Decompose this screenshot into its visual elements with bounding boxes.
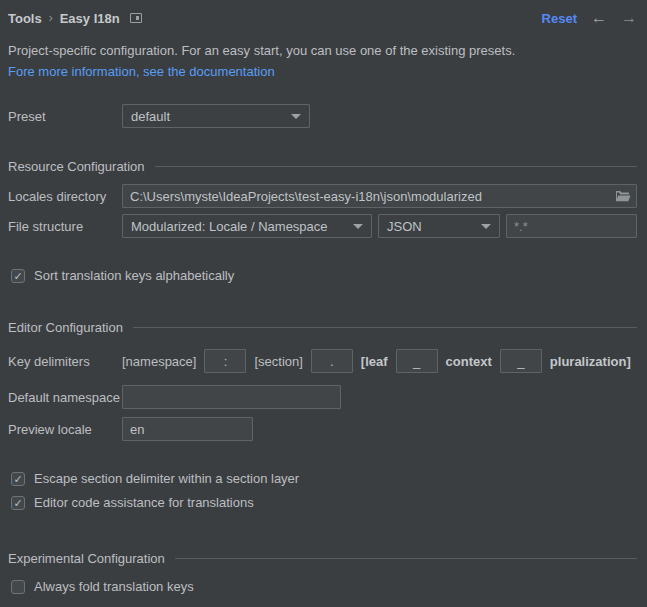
namespace-delimiter-field[interactable] — [204, 349, 246, 373]
preview-locale-row: Preview locale — [8, 417, 637, 441]
checkbox-icon[interactable] — [11, 580, 25, 594]
chevron-down-icon — [353, 224, 363, 229]
chevron-down-icon — [481, 224, 491, 229]
default-namespace-input[interactable] — [123, 386, 340, 408]
checkbox-icon[interactable]: ✓ — [11, 269, 25, 283]
default-namespace-label: Default namespace — [8, 390, 122, 405]
section-divider — [133, 327, 637, 328]
escape-delimiter-checkbox-row[interactable]: ✓ Escape section delimiter within a sect… — [11, 471, 637, 486]
pluralization-bracket-label: pluralization] — [550, 354, 631, 369]
context-delimiter-field[interactable] — [396, 349, 438, 373]
section-divider — [175, 558, 637, 559]
file-structure-label: File structure — [8, 219, 122, 234]
context-label: context — [446, 354, 492, 369]
chevron-right-icon: › — [49, 11, 53, 25]
section-divider — [155, 166, 637, 167]
preset-label: Preset — [8, 109, 122, 124]
file-pattern-field[interactable] — [506, 214, 637, 238]
file-structure-select[interactable]: Modularized: Locale / Namespace — [122, 214, 372, 238]
checkbox-icon[interactable]: ✓ — [11, 496, 25, 510]
editor-preview-icon[interactable] — [130, 13, 142, 23]
code-assistance-checkbox-row[interactable]: ✓ Editor code assistance for translation… — [11, 495, 637, 510]
description-text: Project-specific configuration. For an e… — [8, 43, 637, 58]
resource-section-header: Resource Configuration — [8, 159, 637, 174]
namespace-delimiter-input[interactable] — [205, 350, 245, 372]
preview-locale-input[interactable] — [123, 418, 252, 440]
locales-directory-field[interactable] — [122, 184, 637, 208]
parser-select[interactable]: JSON — [378, 214, 500, 238]
breadcrumb-easy-i18n: Easy I18n — [60, 11, 120, 26]
experimental-section-title: Experimental Configuration — [8, 551, 165, 566]
escape-delimiter-label: Escape section delimiter within a sectio… — [34, 471, 299, 486]
editor-section-header: Editor Configuration — [8, 320, 637, 335]
reset-button[interactable]: Reset — [542, 11, 577, 26]
forward-arrow-icon[interactable]: → — [621, 10, 637, 26]
fold-keys-label: Always fold translation keys — [34, 579, 194, 594]
parser-value: JSON — [387, 219, 422, 234]
chevron-down-icon — [291, 114, 301, 119]
locales-directory-input[interactable] — [123, 185, 615, 207]
settings-header: Tools › Easy I18n Reset ← → — [8, 8, 637, 28]
plural-delimiter-input[interactable] — [501, 350, 541, 372]
file-pattern-input[interactable] — [507, 215, 636, 237]
default-namespace-field[interactable] — [122, 385, 341, 409]
section-delimiter-input[interactable] — [312, 350, 352, 372]
preview-locale-field[interactable] — [122, 417, 253, 441]
section-delimiter-field[interactable] — [311, 349, 353, 373]
checkbox-icon[interactable]: ✓ — [11, 472, 25, 486]
leaf-bracket-label: [leaf — [361, 354, 388, 369]
context-delimiter-input[interactable] — [397, 350, 437, 372]
sort-keys-label: Sort translation keys alphabetically — [34, 268, 234, 283]
preset-row: Preset default — [8, 104, 637, 128]
key-delimiters-row: Key delimiters [namespace] [section] [le… — [8, 349, 637, 373]
sort-keys-checkbox-row[interactable]: ✓ Sort translation keys alphabetically — [11, 268, 637, 283]
section-bracket-label: [section] — [254, 354, 302, 369]
code-assistance-label: Editor code assistance for translations — [34, 495, 254, 510]
namespace-bracket-label: [namespace] — [122, 354, 196, 369]
documentation-link[interactable]: Fore more information, see the documenta… — [8, 64, 275, 79]
breadcrumb-tools[interactable]: Tools — [8, 11, 42, 26]
key-delimiters-label: Key delimiters — [8, 354, 122, 369]
fold-keys-checkbox-row[interactable]: Always fold translation keys — [11, 579, 637, 594]
experimental-section-header: Experimental Configuration — [8, 551, 637, 566]
file-structure-row: File structure Modularized: Locale / Nam… — [8, 214, 637, 238]
default-namespace-row: Default namespace — [8, 385, 637, 409]
preset-select[interactable]: default — [122, 104, 310, 128]
resource-section-title: Resource Configuration — [8, 159, 145, 174]
locales-directory-label: Locales directory — [8, 189, 122, 204]
locales-directory-row: Locales directory — [8, 184, 637, 208]
editor-section-title: Editor Configuration — [8, 320, 123, 335]
plural-delimiter-field[interactable] — [500, 349, 542, 373]
preset-value: default — [131, 109, 170, 124]
file-structure-value: Modularized: Locale / Namespace — [131, 219, 328, 234]
back-arrow-icon[interactable]: ← — [591, 10, 607, 26]
preview-locale-label: Preview locale — [8, 422, 122, 437]
open-folder-icon[interactable] — [615, 189, 631, 203]
